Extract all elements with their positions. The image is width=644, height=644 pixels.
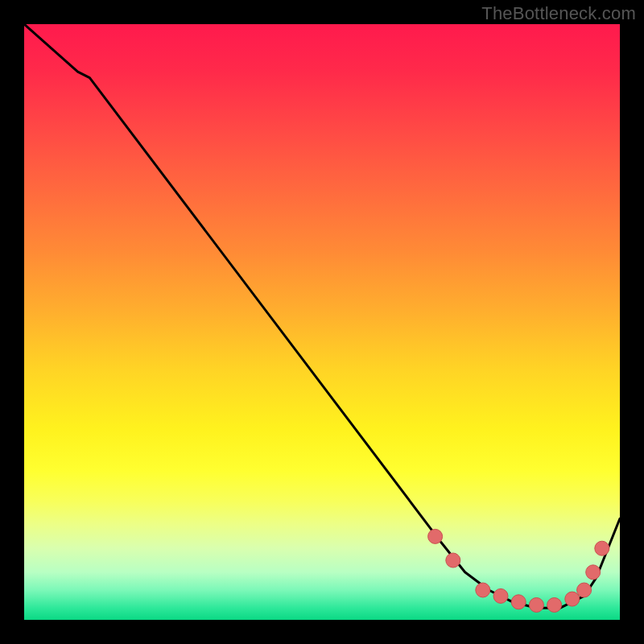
data-marker bbox=[577, 583, 592, 597]
data-marker bbox=[493, 588, 508, 603]
data-marker bbox=[446, 553, 460, 568]
chart-frame: TheBottleneck.com bbox=[0, 0, 644, 644]
data-marker bbox=[586, 565, 601, 580]
data-marker bbox=[428, 529, 443, 543]
plot-area bbox=[24, 24, 620, 620]
data-marker bbox=[595, 541, 609, 555]
data-marker bbox=[511, 595, 526, 609]
data-marker bbox=[565, 592, 580, 606]
watermark-text: TheBottleneck.com bbox=[481, 3, 636, 24]
data-marker bbox=[547, 598, 562, 613]
data-marker bbox=[476, 583, 490, 597]
marker-layer bbox=[24, 24, 620, 620]
data-marker bbox=[529, 598, 543, 613]
